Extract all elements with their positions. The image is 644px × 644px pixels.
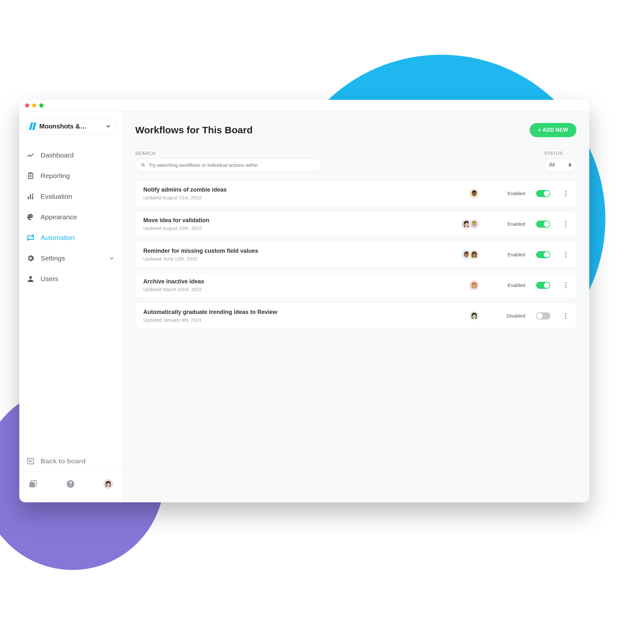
add-new-button[interactable]: + ADD NEW	[530, 123, 576, 137]
board-name: Moonshots &…	[39, 123, 105, 130]
bar-chart-icon	[26, 192, 35, 201]
avatar: 👨🏾	[469, 188, 479, 199]
sidebar-item-appearance[interactable]: Appearance	[19, 207, 122, 227]
svg-line-19	[144, 166, 145, 166]
avatar: 👩🏻	[469, 310, 479, 321]
svg-rect-6	[32, 196, 33, 199]
main-content: Workflows for This Board + ADD NEW SEARC…	[122, 111, 589, 502]
workflow-status-label: Enabled	[505, 282, 525, 288]
svg-point-9	[30, 215, 31, 216]
workflow-toggle[interactable]	[536, 312, 550, 319]
help-icon[interactable]	[66, 479, 75, 488]
workflow-row[interactable]: Move idea for validation Updated August …	[135, 211, 576, 237]
svg-point-7	[32, 194, 33, 195]
kebab-menu-icon[interactable]	[563, 250, 568, 260]
svg-rect-4	[28, 196, 29, 199]
workflow-updated: Updated January 4th, 2021	[143, 317, 462, 323]
workflow-info: Move idea for validation Updated August …	[143, 217, 454, 231]
app-logo-icon	[30, 122, 35, 130]
gear-icon	[26, 254, 35, 262]
workflow-title: Automatically graduate trending ideas to…	[143, 309, 462, 316]
sidebar-item-reporting[interactable]: Reporting	[19, 166, 122, 186]
clipboard-icon	[26, 172, 35, 180]
sidebar-item-settings[interactable]: Settings	[19, 248, 122, 269]
workflow-status-label: Enabled	[505, 191, 525, 196]
svg-point-8	[29, 216, 30, 217]
svg-rect-0	[29, 173, 33, 178]
sidebar-item-automation[interactable]: Automation	[19, 227, 122, 248]
workflow-title: Archive inactive ideas	[143, 278, 462, 285]
workflow-title: Notify admins of zombie ideas	[143, 186, 462, 193]
svg-point-11	[29, 276, 32, 279]
palette-icon	[26, 213, 35, 221]
svg-point-10	[32, 216, 33, 217]
kebab-menu-icon[interactable]	[563, 311, 568, 321]
app-window: Moonshots &… Dashboard Reporting Evaluat…	[19, 100, 589, 502]
avatar: 👨🏼	[469, 219, 479, 230]
sidebar-item-label: Reporting	[41, 172, 70, 180]
search-icon	[141, 163, 146, 167]
workflow-toggle[interactable]	[536, 190, 550, 197]
sidebar-item-label: Appearance	[41, 213, 77, 221]
back-icon	[26, 457, 35, 465]
workflow-row[interactable]: Automatically graduate trending ideas to…	[135, 303, 576, 329]
window-titlebar	[19, 100, 589, 111]
window-maximize-icon[interactable]	[39, 103, 43, 108]
kebab-menu-icon[interactable]	[563, 280, 568, 290]
workflow-title: Reminder for missing custom field values	[143, 248, 454, 254]
workflow-toggle[interactable]	[536, 251, 550, 258]
workflow-toggle[interactable]	[536, 282, 550, 289]
workflow-avatars: 👩🏻👨🏼	[461, 219, 479, 230]
user-icon	[26, 275, 35, 283]
sidebar-item-label: Dashboard	[41, 151, 74, 159]
workflow-avatars: 👩🏻	[469, 310, 479, 321]
status-label: STATUS	[544, 151, 576, 156]
sidebar-nav: Dashboard Reporting Evaluation Appearanc…	[19, 145, 122, 289]
window-close-icon[interactable]	[25, 103, 29, 108]
workflow-updated: Updated August 21st, 2022	[143, 195, 462, 200]
search-input-wrapper[interactable]	[135, 158, 322, 171]
svg-point-17	[70, 485, 71, 486]
workflow-info: Notify admins of zombie ideas Updated Au…	[143, 186, 462, 200]
page-title: Workflows for This Board	[135, 125, 252, 136]
sidebar-item-evaluation[interactable]: Evaluation	[19, 186, 122, 207]
workflow-row[interactable]: Notify admins of zombie ideas Updated Au…	[135, 180, 576, 206]
workflow-row[interactable]: Archive inactive ideas Updated March 22n…	[135, 272, 576, 298]
svg-point-18	[142, 163, 144, 166]
search-input[interactable]	[149, 162, 317, 168]
chevron-down-icon	[109, 255, 115, 261]
trending-icon	[26, 151, 35, 159]
kebab-menu-icon[interactable]	[563, 219, 568, 229]
sort-icon	[568, 163, 572, 167]
workflow-info: Automatically graduate trending ideas to…	[143, 309, 462, 323]
sidebar-item-label: Evaluation	[41, 193, 72, 200]
workflow-status-label: Enabled	[505, 252, 525, 257]
status-select[interactable]: All	[544, 158, 576, 171]
sidebar-item-users[interactable]: Users	[19, 269, 122, 289]
window-minimize-icon[interactable]	[32, 103, 36, 108]
avatar: 👩🏽	[469, 249, 479, 260]
workflow-status-label: Disabled	[505, 313, 525, 318]
workflow-status-label: Enabled	[505, 221, 525, 227]
svg-rect-1	[30, 172, 32, 174]
search-label: SEARCH	[135, 151, 322, 156]
workflow-info: Reminder for missing custom field values…	[143, 248, 454, 261]
user-avatar[interactable]: 👩🏻	[103, 479, 113, 489]
back-to-board-link[interactable]: Back to board	[19, 451, 122, 471]
workflow-row[interactable]: Reminder for missing custom field values…	[135, 241, 576, 268]
workflow-avatars: 👨🏾	[469, 188, 479, 199]
workflow-updated: Updated August 15th, 2022	[143, 225, 454, 231]
workflow-avatars: 👩🏼	[469, 280, 479, 291]
workflow-title: Move idea for validation	[143, 217, 454, 224]
board-selector[interactable]: Moonshots &…	[25, 118, 116, 135]
library-icon[interactable]	[28, 479, 37, 488]
kebab-menu-icon[interactable]	[563, 189, 568, 198]
workflow-avatars: 👨🏽👩🏽	[461, 249, 479, 260]
repeat-icon	[26, 233, 35, 242]
svg-rect-14	[30, 482, 35, 487]
workflow-updated: Updated June 12th, 2022	[143, 256, 454, 261]
avatar: 👩🏼	[469, 280, 479, 291]
sidebar-item-dashboard[interactable]: Dashboard	[19, 145, 122, 166]
sidebar-item-label: Users	[41, 275, 58, 283]
workflow-toggle[interactable]	[536, 221, 550, 228]
